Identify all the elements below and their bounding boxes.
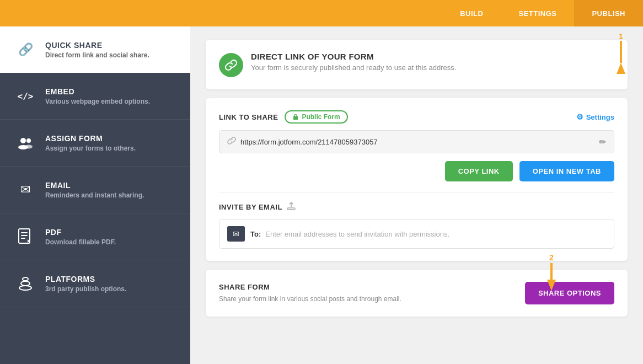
svg-point-1: [26, 138, 31, 143]
share-options-button[interactable]: SHARE OPTIONS: [525, 282, 614, 304]
annotation-1: 1: [617, 31, 625, 74]
email-subtitle: Reminders and instant sharing.: [45, 191, 177, 199]
link-to-share-label: LINK TO SHARE: [219, 113, 278, 121]
sidebar-item-quick-share[interactable]: 🔗 QUICK SHARE Direct form link and socia…: [0, 26, 190, 73]
pdf-icon: [13, 224, 37, 249]
email-icon: ✉: [13, 178, 37, 202]
svg-point-5: [19, 286, 31, 290]
arrow-up-icon: [617, 63, 625, 74]
open-new-tab-button[interactable]: OPEN IN NEW TAB: [519, 161, 614, 181]
platforms-title: PLATFORMS: [45, 275, 177, 283]
url-row: https://form.jotform.com/211478059373057…: [219, 130, 614, 153]
sidebar-item-platforms[interactable]: PLATFORMS 3rd party publish options.: [0, 260, 190, 307]
invite-by-email-label: INVITE BY EMAIL: [219, 202, 614, 212]
sidebar-item-embed[interactable]: </> EMBED Various webpage embed options.: [0, 73, 190, 120]
embed-title: EMBED: [45, 87, 177, 96]
embed-icon: </>: [13, 84, 37, 108]
share-form-card: 2 SHARE FORM Share your form link in var…: [206, 270, 628, 317]
top-nav: BUILD SETTINGS PUBLISH: [0, 0, 643, 26]
assign-form-subtitle: Assign your forms to others.: [45, 144, 177, 152]
link-to-share-row: LINK TO SHARE Public Form ⚙ Settings: [219, 110, 614, 124]
settings-link[interactable]: ⚙ Settings: [576, 113, 614, 121]
svg-rect-8: [287, 208, 295, 210]
email-title: EMAIL: [45, 181, 177, 190]
pdf-subtitle: Download fillable PDF.: [45, 238, 177, 246]
form-url: https://form.jotform.com/211478059373057: [240, 138, 599, 146]
arrow-stem-up: [620, 41, 622, 63]
assign-icon: [13, 131, 37, 155]
sidebar-item-assign-form[interactable]: ASSIGN FORM Assign your forms to others.: [0, 120, 190, 167]
arrow-stem-down: [550, 263, 553, 280]
main-content: 1 DIRECT LINK OF YOUR FORM Your form is …: [190, 26, 643, 364]
svg-point-3: [25, 145, 33, 149]
svg-point-0: [20, 138, 26, 143]
pdf-title: PDF: [45, 228, 177, 237]
url-actions: COPY LINK OPEN IN NEW TAB: [219, 161, 614, 181]
svg-point-7: [23, 277, 28, 281]
edit-url-icon[interactable]: ✏: [599, 137, 606, 147]
main-layout: 🔗 QUICK SHARE Direct form link and socia…: [0, 26, 643, 364]
direct-link-header: DIRECT LINK OF YOUR FORM Your form is se…: [219, 52, 614, 77]
url-link-icon: [227, 136, 236, 147]
divider: [219, 192, 614, 193]
direct-link-subtitle: Your form is securely published and read…: [251, 63, 456, 72]
annotation-1-number: 1: [619, 32, 623, 41]
copy-link-button[interactable]: COPY LINK: [445, 161, 513, 181]
share-form-subtitle: Share your form link in various social p…: [219, 295, 401, 304]
link-icon: 🔗: [13, 38, 37, 62]
annotation-2-number: 2: [549, 253, 554, 262]
public-form-badge[interactable]: Public Form: [285, 110, 347, 124]
email-input-row[interactable]: ✉ To: Enter email addresses to send invi…: [219, 219, 614, 249]
public-form-label: Public Form: [302, 113, 340, 121]
nav-settings[interactable]: SETTINGS: [501, 0, 574, 26]
platforms-subtitle: 3rd party publish options.: [45, 285, 177, 293]
share-form-text: SHARE FORM Share your form link in vario…: [219, 283, 401, 304]
sidebar-item-email[interactable]: ✉ EMAIL Reminders and instant sharing.: [0, 167, 190, 213]
nav-publish[interactable]: PUBLISH: [574, 0, 643, 26]
annotation-2: 2: [547, 253, 556, 291]
sidebar: 🔗 QUICK SHARE Direct form link and socia…: [0, 26, 190, 364]
nav-build[interactable]: BUILD: [442, 0, 501, 26]
arrow-down-icon: [547, 280, 556, 291]
quick-share-subtitle: Direct form link and social share.: [45, 51, 177, 59]
direct-link-title: DIRECT LINK OF YOUR FORM: [251, 52, 456, 61]
platforms-icon: [13, 271, 37, 296]
link-share-card: LINK TO SHARE Public Form ⚙ Settings: [206, 98, 628, 261]
direct-link-card: DIRECT LINK OF YOUR FORM Your form is se…: [206, 40, 628, 89]
svg-point-6: [21, 281, 30, 286]
email-input-placeholder: Enter email addresses to send invitation…: [265, 230, 449, 238]
sidebar-item-pdf[interactable]: PDF Download fillable PDF.: [0, 213, 190, 260]
settings-label: Settings: [586, 113, 614, 121]
share-form-title: SHARE FORM: [219, 283, 401, 291]
email-to-label: To:: [250, 230, 261, 238]
quick-share-title: QUICK SHARE: [45, 41, 177, 50]
share-upload-icon: [287, 202, 296, 212]
assign-form-title: ASSIGN FORM: [45, 134, 177, 143]
direct-link-icon: [219, 53, 243, 77]
gear-icon: ⚙: [576, 113, 583, 121]
embed-subtitle: Various webpage embed options.: [45, 98, 177, 105]
email-envelope-icon: ✉: [227, 226, 245, 242]
